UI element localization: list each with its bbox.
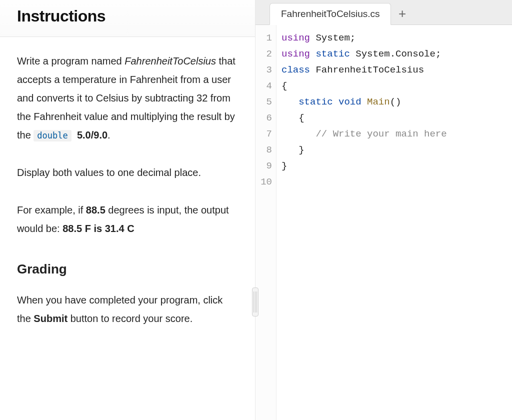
text: Write a program named bbox=[17, 56, 124, 66]
code-token: using bbox=[282, 32, 310, 44]
code-token: void bbox=[338, 96, 362, 108]
tab-label: FahrenheitToCelsius.cs bbox=[281, 8, 380, 20]
code-token: // Write your main here bbox=[316, 128, 446, 140]
line-number-gutter: 12345678910 bbox=[256, 25, 276, 420]
line-number: 7 bbox=[256, 126, 272, 142]
program-name-italic: FahrenheitToCelsius bbox=[124, 56, 216, 66]
grading-heading: Grading bbox=[17, 257, 238, 281]
instructions-para-3: For example, if 88.5 degrees is input, t… bbox=[17, 201, 238, 238]
editor-tabbar: FahrenheitToCelsius.cs + bbox=[256, 0, 512, 25]
line-number: 10 bbox=[256, 174, 272, 190]
code-token: ; bbox=[350, 32, 356, 44]
code-token: static bbox=[316, 48, 350, 60]
resize-handle[interactable] bbox=[252, 288, 258, 316]
line-number: 5 bbox=[256, 94, 272, 110]
instructions-title: Instructions bbox=[17, 7, 255, 26]
code-line[interactable]: { bbox=[282, 110, 447, 126]
line-number: 2 bbox=[256, 46, 272, 62]
text: that accepts a temperature in Fahrenheit… bbox=[17, 56, 236, 140]
line-number: 6 bbox=[256, 110, 272, 126]
example-output-bold: 88.5 F is 31.4 C bbox=[62, 223, 134, 234]
code-line[interactable] bbox=[282, 174, 447, 190]
text: button to record your score. bbox=[68, 313, 192, 324]
line-number: 9 bbox=[256, 158, 272, 174]
app-root: Instructions Write a program named Fahre… bbox=[0, 0, 512, 420]
tab-add-button[interactable]: + bbox=[391, 3, 413, 24]
code-token: Main bbox=[367, 96, 390, 108]
code-token: using bbox=[282, 48, 310, 60]
code-line[interactable]: } bbox=[282, 142, 447, 158]
line-number: 8 bbox=[256, 142, 272, 158]
line-number: 4 bbox=[256, 78, 272, 94]
instructions-header: Instructions bbox=[0, 0, 255, 37]
plus-icon: + bbox=[398, 6, 406, 22]
code-line[interactable]: // Write your main here bbox=[282, 126, 447, 142]
instructions-para-2: Display both values to one decimal place… bbox=[17, 164, 238, 182]
code-token: ; bbox=[436, 48, 441, 60]
code-line[interactable]: class FahrenheitToCelsius bbox=[282, 62, 447, 78]
code-token: { bbox=[282, 80, 287, 92]
editor-pane: FahrenheitToCelsius.cs + 12345678910 usi… bbox=[255, 0, 512, 420]
line-number: 1 bbox=[256, 30, 272, 46]
tab-file-active[interactable]: FahrenheitToCelsius.cs bbox=[270, 3, 391, 25]
code-token: System bbox=[316, 32, 350, 44]
code-token: () bbox=[390, 96, 402, 108]
fraction-bold: 5.0/9.0 bbox=[77, 130, 108, 140]
code-token: static bbox=[298, 96, 332, 108]
code-token: System.Console bbox=[356, 48, 436, 60]
code-line[interactable]: using System; bbox=[282, 30, 447, 46]
grading-para: When you have completed your program, cl… bbox=[17, 291, 238, 328]
code-line[interactable]: using static System.Console; bbox=[282, 46, 447, 62]
code-token: } bbox=[282, 160, 287, 172]
text: . bbox=[108, 130, 110, 140]
code-token: class bbox=[282, 64, 310, 76]
instructions-para-1: Write a program named FahrenheitToCelsiu… bbox=[17, 52, 238, 144]
code-token: } bbox=[298, 144, 304, 156]
code-line[interactable]: static void Main() bbox=[282, 94, 447, 110]
instructions-pane: Instructions Write a program named Fahre… bbox=[0, 0, 255, 420]
code-token: FahrenheitToCelsius bbox=[316, 64, 424, 76]
line-number: 3 bbox=[256, 62, 272, 78]
code-line[interactable]: { bbox=[282, 78, 447, 94]
text: For example, if bbox=[17, 204, 86, 216]
inline-code-chip: double bbox=[34, 130, 71, 142]
example-input-bold: 88.5 bbox=[86, 204, 106, 216]
instructions-body: Write a program named FahrenheitToCelsiu… bbox=[0, 37, 255, 352]
code-editor[interactable]: 12345678910 using System;using static Sy… bbox=[256, 25, 512, 420]
code-token: { bbox=[298, 112, 304, 124]
code-area[interactable]: using System;using static System.Console… bbox=[276, 25, 447, 420]
submit-word-bold: Submit bbox=[34, 313, 68, 324]
code-line[interactable]: } bbox=[282, 158, 447, 174]
